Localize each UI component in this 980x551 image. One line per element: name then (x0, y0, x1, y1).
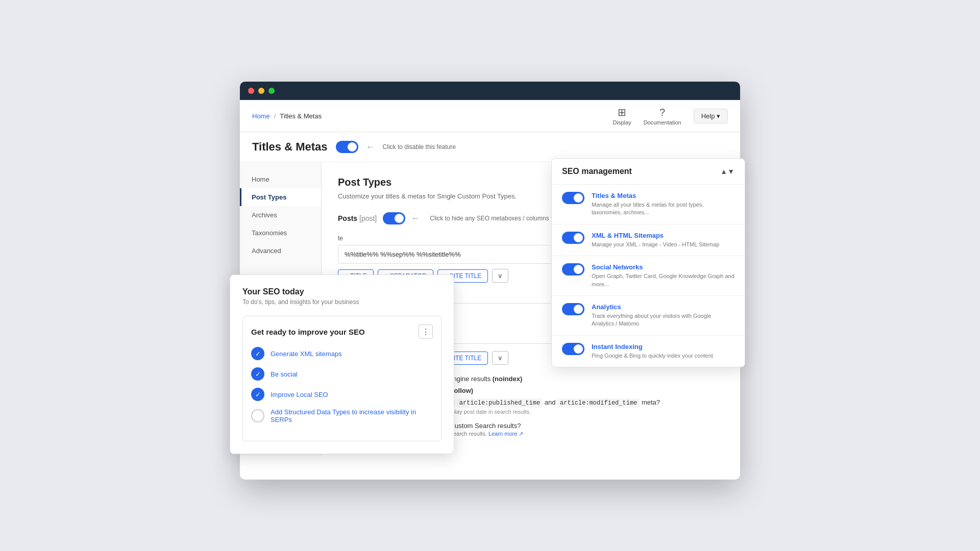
check-circle-1: ✓ (251, 347, 264, 360)
three-dots-icon: ⋮ (422, 327, 430, 337)
posts-toggle-slider (383, 212, 405, 224)
social-text: Social Networks Open Graph, Twitter Card… (592, 263, 734, 288)
seo-today-subtitle: To do's, tips, and insights for your bus… (242, 298, 442, 306)
feature-hint: Click to disable this feature (383, 143, 456, 151)
breadcrumb-separator: / (274, 112, 276, 120)
checklist-label-3[interactable]: Improve Local SEO (271, 391, 328, 398)
seo-panel-item-titles: Titles & Metas Manage all your titles & … (552, 185, 745, 224)
help-button[interactable]: Help ▾ (694, 109, 728, 123)
checklist-item-3: ✓ Improve Local SEO (251, 388, 433, 401)
documentation-action[interactable]: ? Documentation (644, 107, 681, 126)
breadcrumb-current: Titles & Metas (280, 112, 322, 120)
posts-label: Posts [post] (338, 214, 377, 222)
titles-metas-text: Titles & Metas Manage all your titles & … (592, 192, 734, 217)
seo-today-title: Your SEO today (242, 287, 442, 296)
titles-metas-slider (562, 192, 584, 204)
social-desc: Open Graph, Twitter Card, Google Knowled… (592, 272, 734, 288)
header-actions: ⊞ Display ? Documentation Help ▾ (613, 106, 728, 126)
social-title[interactable]: Social Networks (592, 263, 734, 271)
documentation-icon: ? (659, 107, 665, 118)
social-slider (562, 263, 584, 276)
analytics-desc: Track everything about your visitors wit… (592, 312, 734, 328)
sidebar-item-post-types[interactable]: Post Types (240, 188, 321, 206)
seo-panel-item-indexing: Instant Indexing Ping Google & Bing to q… (552, 336, 745, 367)
arrow-icon: ← (366, 142, 375, 152)
browser-dot-red[interactable] (248, 88, 254, 94)
sitemaps-slider (562, 232, 584, 244)
sitemaps-desc: Manage your XML - Image - Video - HTML S… (592, 241, 734, 248)
seo-today-card: Get ready to improve your SEO ⋮ ✓ Genera… (242, 316, 442, 441)
breadcrumb-home[interactable]: Home (252, 112, 270, 120)
sidebar-item-taxonomies[interactable]: Taxonomies (240, 224, 321, 242)
sitemaps-toggle[interactable] (562, 232, 584, 244)
indexing-text: Instant Indexing Ping Google & Bing to q… (592, 343, 734, 360)
titles-metas-title[interactable]: Titles & Metas (592, 192, 734, 199)
checklist-item-2: ✓ Be social (251, 367, 433, 381)
learn-more-link[interactable]: Learn more ↗ (488, 431, 523, 437)
checklist-item-4: Add Structured Data Types to increase vi… (251, 408, 433, 423)
seo-panel-header: SEO management ▲▼ (552, 159, 745, 185)
indexing-title[interactable]: Instant Indexing (592, 343, 734, 350)
analytics-title[interactable]: Analytics (592, 303, 734, 311)
posts-arrow: ← (411, 214, 420, 223)
feature-toggle[interactable] (336, 141, 358, 153)
posts-toggle[interactable] (383, 212, 405, 224)
sitemaps-text: XML & HTML Sitemaps Manage your XML - Im… (592, 232, 734, 248)
analytics-text: Analytics Track everything about your vi… (592, 303, 734, 328)
sidebar-item-home[interactable]: Home (240, 170, 321, 188)
sidebar-item-advanced[interactable]: Advanced (240, 242, 321, 260)
indexing-toggle[interactable] (562, 343, 584, 355)
browser-dot-green[interactable] (268, 88, 275, 94)
check-circle-4 (251, 409, 264, 422)
plugin-header: Home / Titles & Metas ⊞ Display ? Docume… (240, 100, 740, 132)
breadcrumb: Home / Titles & Metas (252, 112, 322, 120)
checklist-label-4[interactable]: Add Structured Data Types to increase vi… (271, 408, 433, 423)
check-circle-2: ✓ (251, 367, 264, 381)
indexing-desc: Ping Google & Bing to quickly index your… (592, 352, 734, 360)
sidebar-item-archives[interactable]: Archives (240, 206, 321, 224)
browser-titlebar (240, 82, 740, 100)
seo-panel-item-sitemaps: XML & HTML Sitemaps Manage your XML - Im… (552, 224, 745, 256)
analytics-toggle[interactable] (562, 303, 584, 315)
documentation-label: Documentation (644, 119, 681, 126)
seo-today-card-header: Get ready to improve your SEO ⋮ (251, 324, 433, 339)
seo-today-card-title: Get ready to improve your SEO (251, 328, 365, 336)
seo-panel-title: SEO management (562, 167, 632, 176)
checklist-label-2[interactable]: Be social (271, 370, 298, 378)
sitemaps-title[interactable]: XML & HTML Sitemaps (592, 232, 734, 239)
checklist-item-1: ✓ Generate XML sitemaps (251, 347, 433, 360)
indexing-slider (562, 343, 584, 355)
seo-panel-item-analytics: Analytics Track everything about your vi… (552, 296, 745, 336)
check-circle-3: ✓ (251, 388, 264, 401)
display-label: Display (613, 119, 631, 126)
social-toggle[interactable] (562, 263, 584, 276)
toggle-slider (336, 141, 358, 153)
token-more-btn[interactable]: ∨ (492, 269, 508, 283)
three-dots-button[interactable]: ⋮ (419, 324, 433, 339)
seo-panel-collapse-btn[interactable]: ▲▼ (720, 167, 734, 176)
titles-metas-desc: Manage all your titles & metas for post … (592, 201, 734, 217)
seo-panel-item-social: Social Networks Open Graph, Twitter Card… (552, 256, 745, 296)
titles-metas-toggle[interactable] (562, 192, 584, 204)
page-title: Titles & Metas (252, 140, 328, 154)
analytics-slider (562, 303, 584, 315)
browser-dot-yellow[interactable] (258, 88, 264, 94)
display-action[interactable]: ⊞ Display (613, 106, 631, 126)
seo-today-panel: Your SEO today To do's, tips, and insigh… (230, 274, 454, 454)
seo-management-panel: SEO management ▲▼ Titles & Metas Manage … (551, 158, 745, 367)
checklist-label-1[interactable]: Generate XML sitemaps (271, 350, 342, 358)
display-icon: ⊞ (618, 106, 626, 118)
token-more-btn-2[interactable]: ∨ (492, 351, 508, 365)
